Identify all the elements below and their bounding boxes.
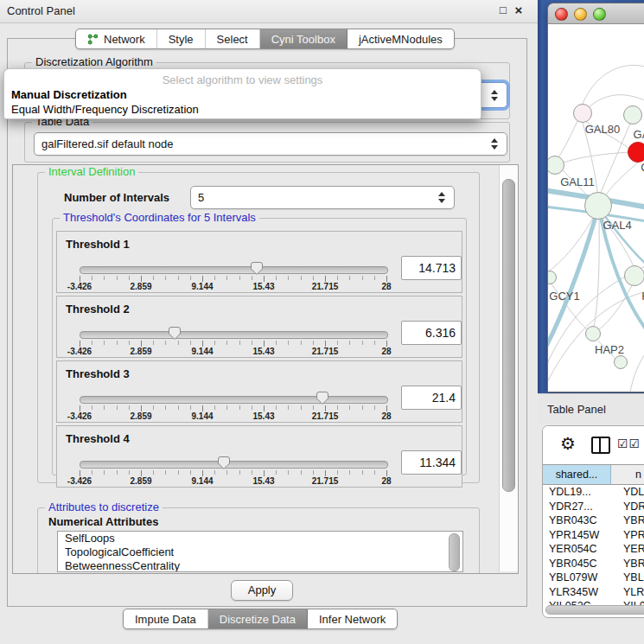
attribute-list-item[interactable]: BetweennessCentrality — [58, 559, 462, 572]
slider-ticks — [80, 276, 386, 280]
tab-infer-network[interactable]: Infer Network — [308, 609, 397, 628]
table-row[interactable]: YLR345W YLR34 — [543, 585, 644, 600]
cell-shared-name: YPR145W — [543, 528, 616, 543]
table-row[interactable]: YBR043C YBR04 — [543, 513, 644, 528]
threshold-label: Threshold 4 — [66, 432, 130, 445]
threshold-slider[interactable]: -3.426 2.859 9.144 15.43 21.715 28 — [80, 392, 387, 420]
split-view-icon[interactable] — [591, 437, 610, 454]
cell-shared-name: YBR043C — [543, 513, 616, 528]
cell-name: YBR04 — [616, 513, 644, 528]
threshold-value-field[interactable] — [401, 321, 462, 345]
network-node[interactable] — [623, 105, 642, 124]
algorithm-prompt-item: Select algorithm to view settings — [4, 73, 481, 86]
table-row[interactable]: YPR145W YPR14 — [543, 528, 644, 543]
table-data-combobox[interactable]: galFiltered.sif default node — [34, 132, 507, 156]
cell-name: YDR27 — [616, 500, 644, 514]
threshold-slider[interactable]: -3.426 2.859 9.144 15.43 21.715 28 — [80, 457, 387, 485]
threshold-value-field[interactable] — [401, 256, 462, 280]
list-scrollbar-thumb[interactable] — [449, 533, 460, 571]
threshold-value-field[interactable] — [401, 450, 462, 475]
thresholds-coordinates-title: Threshold's Coordinates for 5 Intervals — [60, 211, 259, 224]
network-node[interactable] — [614, 355, 628, 369]
threshold-slider[interactable]: -3.426 2.859 9.144 15.43 21.715 28 — [80, 328, 387, 355]
cell-name: YBR04 — [616, 557, 644, 571]
algorithm-dropdown-popup: Select algorithm to view settings Manual… — [3, 68, 481, 119]
interval-definition-title: Interval Definition — [45, 165, 138, 178]
number-of-intervals-value: 5 — [198, 191, 437, 204]
threshold-slider[interactable]: -3.426 2.859 9.144 15.43 21.715 28 — [80, 263, 387, 290]
threshold-value-field[interactable] — [401, 386, 462, 410]
number-of-intervals-combobox[interactable]: 5 — [190, 186, 455, 209]
slider-thumb[interactable] — [250, 261, 264, 276]
top-tab-bar: Network Style Select Cyni Toolbox jActiv… — [75, 29, 455, 49]
slider-track[interactable] — [80, 266, 388, 274]
column-header-name[interactable]: n — [611, 465, 644, 484]
slider-track[interactable] — [80, 331, 388, 339]
slider-thumb[interactable] — [217, 456, 231, 470]
numerical-attributes-list[interactable]: SelfLoopsTopologicalCoefficientBetweenne… — [57, 531, 463, 572]
table-row[interactable]: YDL19... YDL19 — [543, 485, 644, 500]
table-data-combobox-value: galFiltered.sif default node — [41, 137, 489, 150]
app-root: Control Panel □ × Network Style Select C… — [0, 0, 644, 644]
select-columns-icon[interactable]: ☑☑ — [617, 437, 641, 450]
network-node-label: GAL80 — [585, 123, 620, 136]
float-window-icon[interactable]: □ — [496, 3, 510, 17]
apply-button[interactable]: Apply — [231, 580, 293, 601]
tab-network[interactable]: Network — [76, 29, 157, 48]
network-canvas[interactable]: GAL80GACGAL11GAL4GCY1HHAP2 — [548, 24, 644, 392]
cell-shared-name: YDL19... — [543, 485, 616, 500]
slider-thumb[interactable] — [316, 391, 329, 405]
table-row[interactable]: YBL079W YBL07 — [543, 571, 644, 585]
column-header-shared-name[interactable]: shared... — [543, 465, 611, 484]
threshold-list: Threshold 1 -3.426 2.859 — [56, 231, 462, 490]
network-node[interactable] — [573, 104, 592, 123]
close-panel-icon[interactable]: × — [512, 3, 526, 17]
cell-name: YLR34 — [616, 585, 644, 600]
slider-ticks — [80, 405, 386, 410]
table-toolbar: ⚙ ☑☑ — [543, 426, 644, 464]
tab-cyni-toolbox[interactable]: Cyni Toolbox — [260, 29, 348, 48]
network-node[interactable] — [585, 326, 601, 341]
slider-track[interactable] — [80, 461, 388, 469]
slider-thumb[interactable] — [168, 326, 182, 341]
network-node-label: GCY1 — [549, 290, 579, 303]
tab-select[interactable]: Select — [206, 29, 260, 48]
table-panel-title: Table Panel — [547, 403, 606, 416]
threshold-label: Threshold 2 — [66, 303, 130, 316]
network-node-label: GA — [634, 128, 644, 141]
close-traffic-light-icon[interactable] — [555, 8, 568, 21]
table-horizontal-scrollbar-thumb[interactable] — [545, 605, 644, 615]
attribute-list-item[interactable]: TopologicalCoefficient — [58, 545, 462, 559]
algorithm-option-equal-width[interactable]: Equal Width/Frequency Discretization — [11, 103, 199, 116]
network-node[interactable] — [628, 142, 644, 163]
network-window-titlebar[interactable] — [548, 3, 644, 24]
algorithm-option-manual[interactable]: Manual Discretization — [11, 88, 127, 101]
threshold-panel: Threshold 3 -3.426 2.859 — [56, 360, 462, 423]
threshold-panel: Threshold 4 -3.426 2.859 — [56, 425, 462, 488]
tab-impute-data[interactable]: Impute Data — [124, 609, 208, 628]
table-row[interactable]: YBR045C YBR04 — [543, 557, 644, 571]
network-node[interactable] — [624, 265, 644, 286]
slider-track[interactable] — [80, 396, 388, 404]
table-row[interactable]: YER054C YER05 — [543, 542, 644, 557]
tab-jactivemnodules[interactable]: jActiveMNodules — [348, 29, 454, 48]
tab-discretize-data[interactable]: Discretize Data — [208, 609, 308, 628]
table-header-row: shared... n — [543, 464, 644, 485]
tab-style[interactable]: Style — [157, 29, 206, 48]
zoom-traffic-light-icon[interactable] — [593, 8, 606, 21]
attributes-group: Attributes to discretize Numerical Attri… — [37, 507, 480, 574]
slider-tick-labels: -3.426 2.859 9.144 15.43 21.715 28 — [80, 476, 386, 487]
control-panel-titlebar: Control Panel □ × — [0, 0, 538, 23]
network-node[interactable] — [548, 271, 557, 284]
network-node[interactable] — [584, 192, 612, 220]
scrollpane-vertical-track[interactable] — [499, 165, 518, 571]
cell-shared-name: YBR045C — [543, 557, 616, 571]
minimize-traffic-light-icon[interactable] — [574, 8, 587, 21]
network-node[interactable] — [548, 156, 564, 175]
slider-tick-labels: -3.426 2.859 9.144 15.43 21.715 28 — [80, 347, 386, 357]
table-row[interactable]: YDR27... YDR27 — [543, 500, 644, 514]
gear-icon[interactable]: ⚙ — [560, 432, 576, 455]
cell-name: YER05 — [616, 542, 644, 557]
attribute-list-item[interactable]: SelfLoops — [58, 532, 462, 545]
scrollpane-scrollbar-thumb[interactable] — [502, 179, 515, 492]
